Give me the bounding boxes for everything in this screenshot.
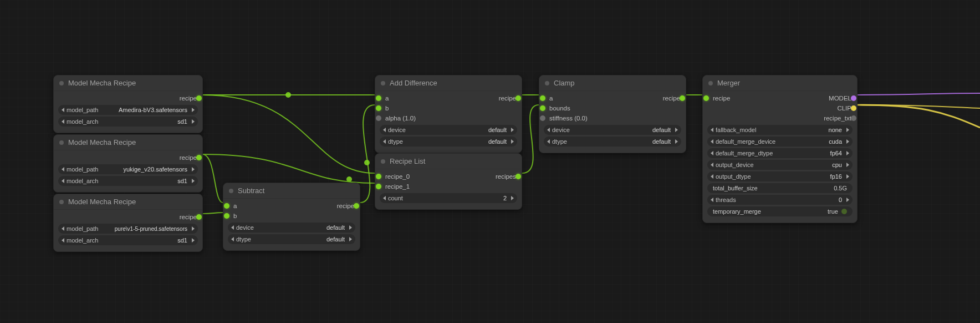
node-header[interactable]: Add Difference <box>375 75 522 91</box>
chevron-left-icon[interactable] <box>62 108 64 112</box>
field-model-path[interactable]: model_path Amedira-bV3.safetensors <box>58 105 198 115</box>
chevron-left-icon[interactable] <box>383 196 386 200</box>
input-port-bounds[interactable]: bounds <box>543 103 682 113</box>
port-dot-icon[interactable] <box>540 95 545 101</box>
chevron-right-icon[interactable] <box>349 237 352 241</box>
port-dot-icon[interactable] <box>540 105 545 111</box>
port-dot-icon[interactable] <box>376 174 381 179</box>
port-dot-icon[interactable] <box>196 95 202 101</box>
chevron-right-icon[interactable] <box>192 179 195 183</box>
field-model-path[interactable]: model_path yukige_v20.safetensors <box>58 164 198 174</box>
chevron-right-icon[interactable] <box>192 119 195 124</box>
port-dot-icon[interactable] <box>376 184 381 189</box>
field-default-merge-device[interactable]: default_merge_device cuda <box>707 137 853 147</box>
output-port-recipe[interactable]: recipe <box>57 153 199 163</box>
port-dot-icon[interactable] <box>376 115 381 121</box>
field-device[interactable]: device default <box>544 125 681 135</box>
field-model-arch[interactable]: model_arch sd1 <box>58 176 198 186</box>
chevron-left-icon[interactable] <box>547 128 550 132</box>
field-total-buffer-size[interactable]: total_buffer_size 0.5G <box>707 183 853 193</box>
chevron-right-icon[interactable] <box>675 128 678 132</box>
node-merger[interactable]: Merger recipe MODEL CLIP recipe_txt fall… <box>702 75 858 223</box>
port-dot-icon[interactable] <box>224 203 229 209</box>
input-port-stiffness[interactable]: stiffness (0.0) <box>543 113 682 123</box>
port-dot-icon[interactable] <box>851 95 856 101</box>
output-port-recipe[interactable]: recipe <box>57 93 199 103</box>
port-dot-icon[interactable] <box>851 115 856 121</box>
chevron-left-icon[interactable] <box>383 128 386 132</box>
chevron-right-icon[interactable] <box>846 139 849 144</box>
node-header[interactable]: Subtract <box>223 183 360 199</box>
input-port-alpha[interactable]: alpha (1.0) <box>379 113 518 123</box>
port-dot-icon[interactable] <box>680 95 685 101</box>
field-model-arch[interactable]: model_arch sd1 <box>58 235 198 245</box>
input-port-b[interactable]: b <box>379 103 518 113</box>
chevron-right-icon[interactable] <box>846 151 849 155</box>
node-header[interactable]: Recipe List <box>375 154 522 169</box>
node-header[interactable]: Clamp <box>539 75 686 91</box>
node-clamp[interactable]: Clamp a recipe bounds stiffness (0.0) de… <box>539 75 686 153</box>
output-port-recipe-txt[interactable]: recipe_txt <box>706 113 854 123</box>
chevron-right-icon[interactable] <box>846 128 849 132</box>
chevron-left-icon[interactable] <box>62 226 64 231</box>
field-fallback-model[interactable]: fallback_model none <box>707 125 853 135</box>
node-header[interactable]: Merger <box>703 75 857 91</box>
chevron-right-icon[interactable] <box>511 128 514 132</box>
port-dot-icon[interactable] <box>376 105 381 111</box>
field-model-arch[interactable]: model_arch sd1 <box>58 117 198 127</box>
port-dot-icon[interactable] <box>515 174 521 179</box>
port-dot-icon[interactable] <box>540 115 545 121</box>
chevron-left-icon[interactable] <box>231 237 234 241</box>
node-model-mecha-recipe-1[interactable]: Model Mecha Recipe recipe model_path Ame… <box>53 75 203 133</box>
field-dtype[interactable]: dtype default <box>228 234 355 244</box>
chevron-right-icon[interactable] <box>192 108 195 112</box>
field-temporary-merge[interactable]: temporary_merge true <box>707 206 853 216</box>
chevron-right-icon[interactable] <box>846 163 849 167</box>
output-port-clip[interactable]: CLIP <box>706 103 854 113</box>
field-threads[interactable]: threads 0 <box>707 195 853 205</box>
field-model-path[interactable]: model_path pure\v1-5-pruned.safetensors <box>58 224 198 234</box>
chevron-left-icon[interactable] <box>383 139 386 144</box>
chevron-left-icon[interactable] <box>62 238 64 243</box>
node-header[interactable]: Model Mecha Recipe <box>54 194 202 210</box>
chevron-left-icon[interactable] <box>62 119 64 124</box>
chevron-left-icon[interactable] <box>711 151 713 155</box>
chevron-left-icon[interactable] <box>711 163 713 167</box>
port-dot-icon[interactable] <box>515 95 521 101</box>
chevron-left-icon[interactable] <box>711 198 713 202</box>
field-output-device[interactable]: output_device cpu <box>707 160 853 170</box>
chevron-right-icon[interactable] <box>846 174 849 179</box>
port-dot-icon[interactable] <box>851 105 856 111</box>
chevron-left-icon[interactable] <box>711 174 713 179</box>
node-model-mecha-recipe-3[interactable]: Model Mecha Recipe recipe model_path pur… <box>53 194 203 252</box>
node-add-difference[interactable]: Add Difference a recipe b alpha (1.0) de… <box>375 75 522 153</box>
chevron-left-icon[interactable] <box>711 139 713 144</box>
field-count[interactable]: count 2 <box>380 193 517 203</box>
field-device[interactable]: device default <box>228 223 355 233</box>
chevron-right-icon[interactable] <box>192 226 195 231</box>
port-dot-icon[interactable] <box>354 203 359 209</box>
toggle-icon[interactable] <box>841 209 847 214</box>
port-dot-icon[interactable] <box>224 213 229 219</box>
field-output-dtype[interactable]: output_dtype fp16 <box>707 171 853 181</box>
chevron-right-icon[interactable] <box>511 139 514 144</box>
port-dot-icon[interactable] <box>196 214 202 220</box>
field-device[interactable]: device default <box>380 125 517 135</box>
field-dtype[interactable]: dtype default <box>380 137 517 147</box>
chevron-right-icon[interactable] <box>675 139 678 144</box>
chevron-right-icon[interactable] <box>846 198 849 202</box>
input-port-recipe-1[interactable]: recipe_1 <box>379 181 518 191</box>
output-port-recipe[interactable]: recipe <box>57 212 199 222</box>
chevron-right-icon[interactable] <box>192 238 195 243</box>
chevron-left-icon[interactable] <box>711 128 713 132</box>
node-model-mecha-recipe-2[interactable]: Model Mecha Recipe recipe model_path yuk… <box>53 134 203 193</box>
node-recipe-list[interactable]: Recipe List recipe_0 recipes recipe_1 co… <box>375 153 522 210</box>
port-dot-icon[interactable] <box>196 155 202 160</box>
chevron-left-icon[interactable] <box>62 179 64 183</box>
input-port-b[interactable]: b <box>227 211 356 221</box>
chevron-left-icon[interactable] <box>231 225 234 230</box>
chevron-left-icon[interactable] <box>62 167 64 171</box>
node-subtract[interactable]: Subtract a recipe b device default dtype… <box>223 183 360 251</box>
port-dot-icon[interactable] <box>703 95 709 101</box>
chevron-right-icon[interactable] <box>349 225 352 230</box>
